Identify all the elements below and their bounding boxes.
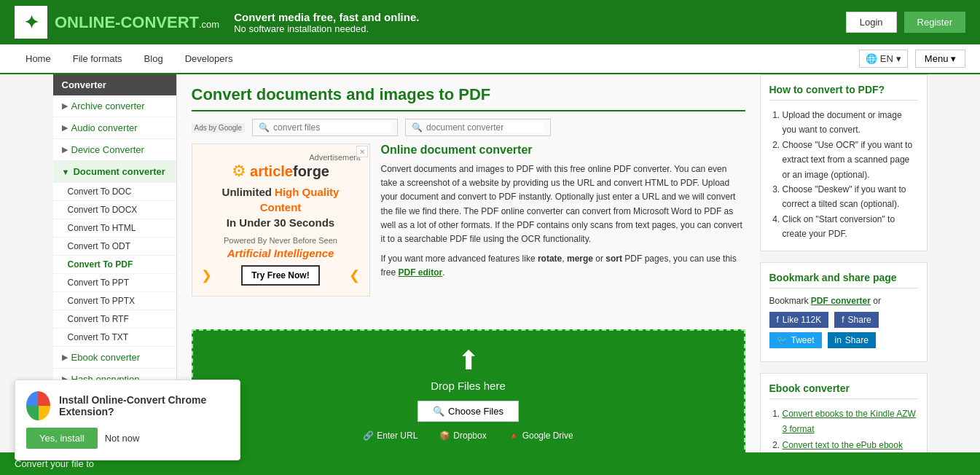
tweet-button[interactable]: 🐦 Tweet <box>769 332 822 348</box>
sidebar-sub-rtf[interactable]: Convert To RTF <box>53 310 176 329</box>
how-step-4: Click on "Start conversion" to create yo… <box>783 212 918 242</box>
social-row-2: 🐦 Tweet in Share <box>769 332 918 348</box>
search-input-2[interactable] <box>426 122 544 133</box>
social-row-1: f Like 112K f Share <box>769 312 918 328</box>
google-drive-link[interactable]: 🔺 Google Drive <box>509 431 573 441</box>
sidebar-item-ebook-label: Ebook converter <box>71 352 141 363</box>
tweet-label: Tweet <box>791 335 815 345</box>
sidebar-sub-doc[interactable]: Convert To DOC <box>53 183 176 201</box>
search-small-icon: 🔍 <box>433 406 444 417</box>
sidebar-sub-docx[interactable]: Convert To DOCX <box>53 201 176 219</box>
sidebar-item-archive[interactable]: ▶ Archive converter <box>53 95 176 117</box>
dropbox-link[interactable]: 📦 Dropbox <box>439 431 486 441</box>
ebook-item-1: Convert ebooks to the Kindle AZW 3 forma… <box>783 407 918 438</box>
ad-powered: Powered By Never Before Seen <box>201 236 361 245</box>
ad-close-btn[interactable]: ✕ <box>356 146 368 157</box>
how-step-3: Choose "Deskew" if you want to correct a… <box>783 182 918 212</box>
menu-label: Menu <box>925 53 949 64</box>
nav-home[interactable]: Home <box>15 44 62 73</box>
ebook-title: Ebook converter <box>769 382 918 399</box>
enter-url-link[interactable]: 🔗 Enter URL <box>363 431 418 441</box>
ad-logo-text: articleforge <box>250 163 329 180</box>
google-drive-label: Google Drive <box>522 431 573 441</box>
sidebar-item-device[interactable]: ▶ Device Converter <box>53 139 176 161</box>
ad-logo-row: ⚙ articleforge <box>201 162 361 181</box>
drive-icon: 🔺 <box>509 431 520 441</box>
sidebar-item-audio[interactable]: ▶ Audio converter <box>53 117 176 139</box>
how-to-list: Upload the document or image you want to… <box>769 108 918 242</box>
ad-headline-2: In Under 30 Seconds <box>201 215 361 230</box>
pdf-converter-bookmark-link[interactable]: PDF converter <box>811 296 871 306</box>
search-box-2[interactable]: 🔍 <box>405 119 551 136</box>
sidebar-sub-ppt[interactable]: Convert To PPT <box>53 274 176 292</box>
doc-para-1: Convert documents and images to PDF with… <box>381 162 745 246</box>
yes-install-button[interactable]: Yes, install <box>26 428 98 449</box>
content-columns: ✕ Advertisement ⚙ articleforge Unlimited… <box>192 144 745 475</box>
logo-box: ✦ <box>15 6 47 39</box>
linkedin-share-label: Share <box>845 335 869 345</box>
fb-share-label: Share <box>848 315 871 325</box>
tagline: Convert media free, fast and online. No … <box>234 11 419 34</box>
sidebar-sub-html[interactable]: Convert To HTML <box>53 219 176 238</box>
lang-selector[interactable]: 🌐 EN ▾ <box>859 50 908 68</box>
sidebar-item-device-label: Device Converter <box>71 144 144 155</box>
logo-area: ✦ ONLINE-CONVERT.com <box>15 6 219 39</box>
sidebar-item-archive-label: Archive converter <box>71 101 145 111</box>
how-step-1: Upload the document or image you want to… <box>783 108 918 138</box>
lang-globe-icon: 🌐 <box>866 53 877 64</box>
ad-arrow-right-icon: ❮ <box>349 267 360 283</box>
lang-chevron-icon: ▾ <box>896 53 901 64</box>
sidebar-title: Converter <box>53 74 176 95</box>
how-to-title: How to convert to PDF? <box>769 84 918 101</box>
choose-files-button[interactable]: 🔍 Choose Files <box>418 401 519 422</box>
login-button[interactable]: Login <box>846 12 897 33</box>
link-icon: 🔗 <box>363 431 374 441</box>
like-button[interactable]: f Like 112K <box>769 312 829 328</box>
sidebar-sub-odt[interactable]: Convert To ODT <box>53 238 176 256</box>
sidebar-item-ebook[interactable]: ▶ Ebook converter <box>53 347 176 369</box>
pdf-editor-link[interactable]: PDF editor <box>399 267 443 278</box>
ad-ai: Artificial Intelligence <box>201 247 361 259</box>
content-area: Convert documents and images to PDF Ads … <box>177 74 760 475</box>
chrome-popup-title: Install Online-Convert Chrome Extension? <box>59 394 229 417</box>
header: ✦ ONLINE-CONVERT.com Convert media free,… <box>0 0 980 44</box>
linkedin-share-button[interactable]: in Share <box>828 332 876 348</box>
search-input-1[interactable] <box>273 122 391 133</box>
fb-share-button[interactable]: f Share <box>834 312 878 328</box>
ad-arrow-left-icon: ❯ <box>201 267 212 283</box>
ebook-link-1[interactable]: Convert ebooks to the Kindle AZW 3 forma… <box>783 409 916 435</box>
bookmark-text: Bookmark PDF converter or <box>769 296 918 306</box>
ad-headline: Unlimited High Quality Content <box>201 184 361 215</box>
arrow-icon: ▶ <box>62 123 68 133</box>
menu-button[interactable]: Menu ▾ <box>915 50 965 68</box>
tagline-sub: No software installation needed. <box>234 23 419 34</box>
doc-title: Online document converter <box>381 144 745 157</box>
register-button[interactable]: Register <box>904 12 965 33</box>
upload-icon: ⬆ <box>208 345 729 376</box>
sidebar-sub-pptx[interactable]: Convert To PPTX <box>53 292 176 310</box>
search-icon-2: 🔍 <box>412 122 423 133</box>
not-now-button[interactable]: Not now <box>105 433 140 444</box>
nav-developers[interactable]: Developers <box>174 44 244 73</box>
bookmark-title: Bookmark and share page <box>769 272 918 288</box>
dropbox-icon: 📦 <box>439 431 450 441</box>
nav: Home File formats Blog Developers 🌐 EN ▾… <box>0 44 980 74</box>
arrow-icon: ▶ <box>62 101 68 111</box>
nav-right: 🌐 EN ▾ Menu ▾ <box>859 50 965 68</box>
sidebar-sub-pdf[interactable]: Convert To PDF <box>53 256 176 274</box>
right-sidebar: How to convert to PDF? Upload the docume… <box>760 74 928 475</box>
arrow-icon: ▶ <box>62 353 68 362</box>
ad-logo-gear-icon: ⚙ <box>232 162 246 181</box>
ad-try-btn[interactable]: Try Free Now! <box>241 265 319 286</box>
search-box-1[interactable]: 🔍 <box>252 119 398 136</box>
chrome-popup-top: Install Online-Convert Chrome Extension? <box>26 391 229 420</box>
upload-links: 🔗 Enter URL 📦 Dropbox 🔺 Google Drive <box>208 431 729 441</box>
nav-file-formats[interactable]: File formats <box>62 44 133 73</box>
how-to-box: How to convert to PDF? Upload the docume… <box>760 74 928 251</box>
page-title: Convert documents and images to PDF <box>192 85 745 111</box>
twitter-icon: 🐦 <box>777 335 788 345</box>
sidebar-sub-txt[interactable]: Convert To TXT <box>53 329 176 347</box>
doc-section: Online document converter Convert docume… <box>381 144 745 307</box>
nav-blog[interactable]: Blog <box>133 44 174 73</box>
sidebar-item-document[interactable]: ▼ Document converter <box>53 161 176 183</box>
